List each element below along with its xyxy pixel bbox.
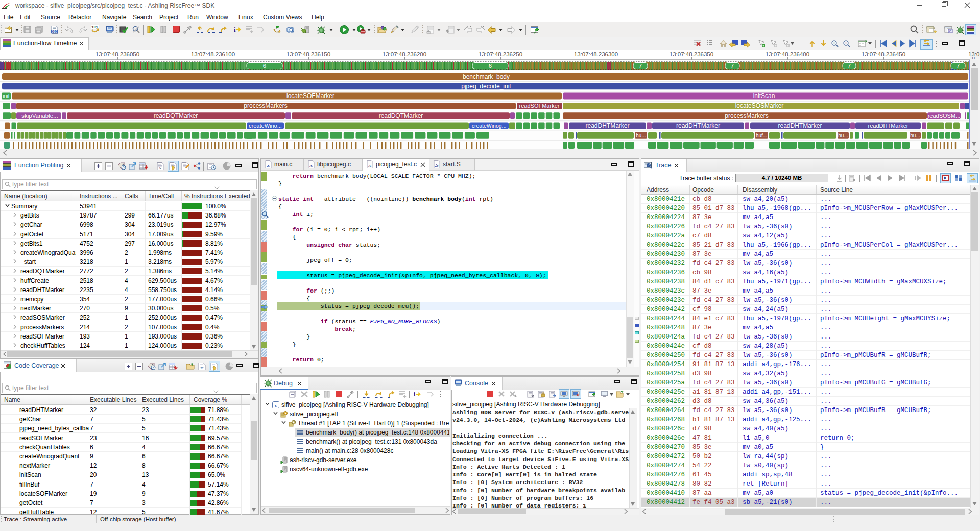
svg-text:6: 6 [489,63,492,69]
svg-text:.S: .S [435,163,438,168]
svg-text:skipVariable...: skipVariable... [21,113,58,119]
svg-text:7: 7 [957,63,960,69]
svg-text:processMarkers: processMarkers [725,112,768,119]
svg-text:hu...: hu... [838,133,848,138]
svg-text:c: c [201,366,203,370]
svg-text:init: init [3,93,10,99]
svg-text:createWinog...: createWinog... [472,123,507,129]
svg-text:createWino...: createWino... [249,123,282,129]
svg-text:i: i [234,26,236,33]
svg-text:readDHTMarker: readDHTMarker [585,122,629,129]
svg-text:c: c [159,165,161,170]
svg-text:.c: .c [267,163,270,168]
svg-text:processMarkers: processMarkers [244,102,287,109]
svg-text:benchmark_body: benchmark_body [463,73,510,80]
svg-text:hu...: hu... [636,133,646,138]
svg-text:7: 7 [731,63,734,69]
svg-text:readDQTMarker: readDQTMarker [154,112,198,119]
svg-text:readDHTMarker: readDHTMarker [868,123,909,129]
svg-text:readSOFMarker: readSOFMarker [519,103,560,109]
svg-text:readSOSM...: readSOSM... [928,113,961,119]
svg-text:7: 7 [848,63,851,69]
svg-text:C: C [949,30,952,33]
svg-text:locateSOSMarker: locateSOSMarker [735,102,784,109]
svg-text:huf...: huf... [756,133,767,138]
svg-text:initScan: initScan [753,92,775,100]
svg-text:010: 010 [52,30,57,33]
svg-text:.c: .c [309,163,313,168]
svg-text:readDQTMarker: readDQTMarker [379,112,423,119]
svg-text:7: 7 [639,63,642,69]
svg-text:i: i [414,391,416,398]
svg-text:hu...: hu... [910,133,920,138]
svg-text:6: 6 [263,63,266,69]
svg-text:locateSOFMarker: locateSOFMarker [286,92,334,100]
svg-text:c: c [275,403,277,408]
svg-text:.c: .c [368,163,371,168]
svg-text:readDHTMarker: readDHTMarker [778,122,822,129]
svg-text:pjpeg_decode_init: pjpeg_decode_init [461,83,511,90]
svg-text:readDHTMarker: readDHTMarker [676,122,720,129]
